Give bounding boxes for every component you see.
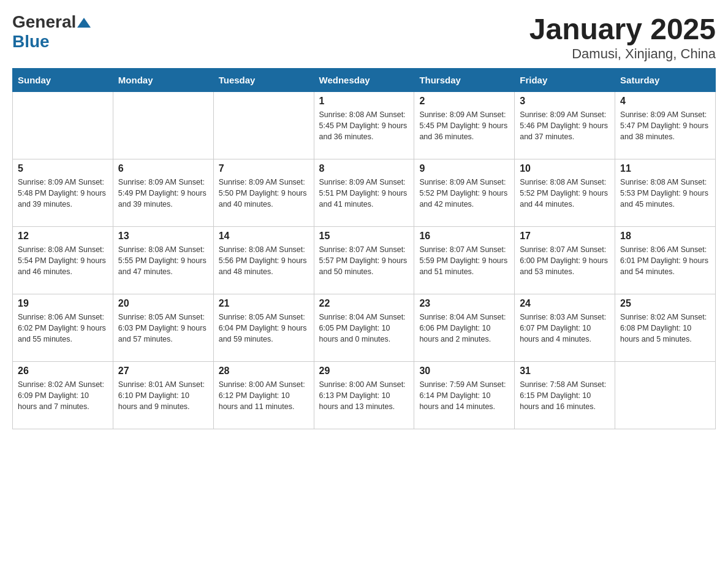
- day-info: Sunrise: 8:08 AM Sunset: 5:54 PM Dayligh…: [18, 244, 108, 277]
- table-row: 9Sunrise: 8:09 AM Sunset: 5:52 PM Daylig…: [414, 159, 515, 227]
- table-row: [213, 92, 314, 159]
- header-thursday: Thursday: [414, 69, 515, 92]
- header-friday: Friday: [515, 69, 615, 92]
- day-number: 14: [219, 231, 309, 242]
- day-number: 22: [319, 298, 409, 309]
- day-info: Sunrise: 8:06 AM Sunset: 6:01 PM Dayligh…: [620, 244, 710, 277]
- day-info: Sunrise: 8:09 AM Sunset: 5:45 PM Dayligh…: [419, 109, 509, 142]
- day-number: 7: [219, 163, 309, 174]
- table-row: 29Sunrise: 8:00 AM Sunset: 6:13 PM Dayli…: [314, 362, 414, 429]
- day-info: Sunrise: 8:09 AM Sunset: 5:51 PM Dayligh…: [319, 177, 409, 210]
- calendar-week-row: 26Sunrise: 8:02 AM Sunset: 6:09 PM Dayli…: [13, 362, 716, 429]
- day-info: Sunrise: 8:06 AM Sunset: 6:02 PM Dayligh…: [18, 312, 108, 345]
- day-number: 19: [18, 298, 108, 309]
- calendar-table: Sunday Monday Tuesday Wednesday Thursday…: [12, 68, 716, 429]
- table-row: 17Sunrise: 8:07 AM Sunset: 6:00 PM Dayli…: [515, 227, 615, 294]
- day-number: 20: [118, 298, 208, 309]
- day-number: 27: [118, 366, 208, 377]
- calendar-week-row: 19Sunrise: 8:06 AM Sunset: 6:02 PM Dayli…: [13, 294, 716, 362]
- table-row: 12Sunrise: 8:08 AM Sunset: 5:54 PM Dayli…: [13, 227, 113, 294]
- day-number: 4: [620, 96, 710, 107]
- table-row: [113, 92, 213, 159]
- day-info: Sunrise: 8:04 AM Sunset: 6:05 PM Dayligh…: [319, 312, 409, 345]
- table-row: 15Sunrise: 8:07 AM Sunset: 5:57 PM Dayli…: [314, 227, 414, 294]
- table-row: 10Sunrise: 8:08 AM Sunset: 5:52 PM Dayli…: [515, 159, 615, 227]
- day-number: 9: [419, 163, 509, 174]
- day-info: Sunrise: 8:09 AM Sunset: 5:47 PM Dayligh…: [620, 109, 710, 142]
- day-number: 30: [419, 366, 509, 377]
- table-row: 26Sunrise: 8:02 AM Sunset: 6:09 PM Dayli…: [13, 362, 113, 429]
- day-info: Sunrise: 8:08 AM Sunset: 5:53 PM Dayligh…: [620, 177, 710, 210]
- day-number: 31: [520, 366, 610, 377]
- title-block: January 2025 Damusi, Xinjiang, China: [529, 12, 716, 62]
- day-info: Sunrise: 8:01 AM Sunset: 6:10 PM Dayligh…: [118, 379, 208, 412]
- day-number: 6: [118, 163, 208, 174]
- day-info: Sunrise: 8:08 AM Sunset: 5:55 PM Dayligh…: [118, 244, 208, 277]
- day-info: Sunrise: 8:09 AM Sunset: 5:46 PM Dayligh…: [520, 109, 610, 142]
- table-row: 21Sunrise: 8:05 AM Sunset: 6:04 PM Dayli…: [213, 294, 314, 362]
- day-number: 18: [620, 231, 710, 242]
- table-row: 7Sunrise: 8:09 AM Sunset: 5:50 PM Daylig…: [213, 159, 314, 227]
- page-header: General Blue January 2025 Damusi, Xinjia…: [12, 12, 716, 62]
- day-number: 23: [419, 298, 509, 309]
- table-row: 23Sunrise: 8:04 AM Sunset: 6:06 PM Dayli…: [414, 294, 515, 362]
- header-saturday: Saturday: [615, 69, 716, 92]
- table-row: 5Sunrise: 8:09 AM Sunset: 5:48 PM Daylig…: [13, 159, 113, 227]
- table-row: 3Sunrise: 8:09 AM Sunset: 5:46 PM Daylig…: [515, 92, 615, 159]
- day-info: Sunrise: 8:09 AM Sunset: 5:50 PM Dayligh…: [219, 177, 309, 210]
- table-row: 8Sunrise: 8:09 AM Sunset: 5:51 PM Daylig…: [314, 159, 414, 227]
- day-info: Sunrise: 8:03 AM Sunset: 6:07 PM Dayligh…: [520, 312, 610, 345]
- day-number: 1: [319, 96, 409, 107]
- day-info: Sunrise: 8:04 AM Sunset: 6:06 PM Dayligh…: [419, 312, 509, 345]
- day-info: Sunrise: 8:08 AM Sunset: 5:56 PM Dayligh…: [219, 244, 309, 277]
- day-number: 17: [520, 231, 610, 242]
- day-number: 13: [118, 231, 208, 242]
- table-row: 25Sunrise: 8:02 AM Sunset: 6:08 PM Dayli…: [615, 294, 716, 362]
- table-row: 28Sunrise: 8:00 AM Sunset: 6:12 PM Dayli…: [213, 362, 314, 429]
- table-row: 4Sunrise: 8:09 AM Sunset: 5:47 PM Daylig…: [615, 92, 716, 159]
- day-info: Sunrise: 8:09 AM Sunset: 5:49 PM Dayligh…: [118, 177, 208, 210]
- table-row: 18Sunrise: 8:06 AM Sunset: 6:01 PM Dayli…: [615, 227, 716, 294]
- header-sunday: Sunday: [13, 69, 113, 92]
- table-row: 2Sunrise: 8:09 AM Sunset: 5:45 PM Daylig…: [414, 92, 515, 159]
- table-row: 31Sunrise: 7:58 AM Sunset: 6:15 PM Dayli…: [515, 362, 615, 429]
- table-row: 11Sunrise: 8:08 AM Sunset: 5:53 PM Dayli…: [615, 159, 716, 227]
- table-row: 19Sunrise: 8:06 AM Sunset: 6:02 PM Dayli…: [13, 294, 113, 362]
- table-row: 14Sunrise: 8:08 AM Sunset: 5:56 PM Dayli…: [213, 227, 314, 294]
- day-info: Sunrise: 7:58 AM Sunset: 6:15 PM Dayligh…: [520, 379, 610, 412]
- day-number: 5: [18, 163, 108, 174]
- logo: General Blue: [12, 12, 91, 52]
- day-number: 15: [319, 231, 409, 242]
- day-info: Sunrise: 8:08 AM Sunset: 5:52 PM Dayligh…: [520, 177, 610, 210]
- table-row: 6Sunrise: 8:09 AM Sunset: 5:49 PM Daylig…: [113, 159, 213, 227]
- table-row: 16Sunrise: 8:07 AM Sunset: 5:59 PM Dayli…: [414, 227, 515, 294]
- day-number: 25: [620, 298, 710, 309]
- day-number: 11: [620, 163, 710, 174]
- logo-blue-text: Blue: [12, 32, 50, 52]
- header-tuesday: Tuesday: [213, 69, 314, 92]
- calendar-subtitle: Damusi, Xinjiang, China: [529, 46, 716, 62]
- day-info: Sunrise: 8:07 AM Sunset: 5:57 PM Dayligh…: [319, 244, 409, 277]
- day-info: Sunrise: 8:05 AM Sunset: 6:04 PM Dayligh…: [219, 312, 309, 345]
- table-row: 30Sunrise: 7:59 AM Sunset: 6:14 PM Dayli…: [414, 362, 515, 429]
- day-number: 21: [219, 298, 309, 309]
- table-row: 13Sunrise: 8:08 AM Sunset: 5:55 PM Dayli…: [113, 227, 213, 294]
- calendar-title: January 2025: [529, 12, 716, 46]
- header-wednesday: Wednesday: [314, 69, 414, 92]
- calendar-week-row: 1Sunrise: 8:08 AM Sunset: 5:45 PM Daylig…: [13, 92, 716, 159]
- day-number: 10: [520, 163, 610, 174]
- day-info: Sunrise: 8:09 AM Sunset: 5:52 PM Dayligh…: [419, 177, 509, 210]
- day-info: Sunrise: 8:02 AM Sunset: 6:09 PM Dayligh…: [18, 379, 108, 412]
- calendar-week-row: 5Sunrise: 8:09 AM Sunset: 5:48 PM Daylig…: [13, 159, 716, 227]
- table-row: 27Sunrise: 8:01 AM Sunset: 6:10 PM Dayli…: [113, 362, 213, 429]
- day-info: Sunrise: 8:05 AM Sunset: 6:03 PM Dayligh…: [118, 312, 208, 345]
- table-row: [615, 362, 716, 429]
- day-info: Sunrise: 8:08 AM Sunset: 5:45 PM Dayligh…: [319, 109, 409, 142]
- logo-general-text: General: [12, 12, 76, 32]
- day-number: 29: [319, 366, 409, 377]
- day-number: 12: [18, 231, 108, 242]
- table-row: 22Sunrise: 8:04 AM Sunset: 6:05 PM Dayli…: [314, 294, 414, 362]
- day-number: 16: [419, 231, 509, 242]
- day-number: 8: [319, 163, 409, 174]
- day-info: Sunrise: 8:07 AM Sunset: 6:00 PM Dayligh…: [520, 244, 610, 277]
